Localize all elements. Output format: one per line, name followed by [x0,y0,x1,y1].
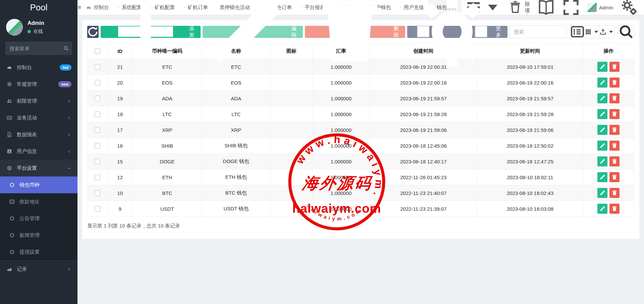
row-checkbox[interactable] [95,96,100,101]
sidebar-item[interactable]: 常规管理new [0,76,77,93]
hamburger-icon [77,5,82,9]
column-header[interactable]: 更新时间 [477,43,583,59]
user-panel[interactable]: Admin 在线 [0,15,77,38]
edit-button[interactable]: 编辑 [203,26,303,38]
row-delete-button[interactable] [609,204,620,214]
row-delete-button[interactable] [609,93,620,103]
sidebar-item[interactable]: 记录 [0,261,77,277]
row-edit-button[interactable] [597,188,607,198]
sidebar-item[interactable]: 控制台hot [0,59,77,76]
row-checkbox[interactable] [95,159,100,164]
row-delete-button[interactable] [609,172,620,182]
pencil-icon [599,95,605,101]
pencil-icon [599,158,605,164]
row-code: LTC [133,106,202,122]
row-code: USDT [133,201,202,217]
row-delete-button[interactable] [609,188,620,198]
row-code: DOGE [133,154,202,169]
menu-search-input[interactable] [5,42,72,55]
row-name: ETH 钱包 [202,169,270,185]
row-checkbox[interactable] [95,190,100,196]
sidebar-toggle-button[interactable] [77,0,82,15]
row-checkbox[interactable] [95,80,100,86]
file-icon [6,132,13,137]
row-rate: 1.000000 [313,185,370,201]
clear-cache-button[interactable]: 清除缓存 [504,0,533,15]
row-edit-button[interactable] [597,156,607,166]
row-edit-button[interactable] [597,78,607,88]
row-checkbox[interactable] [95,174,100,180]
search-button[interactable] [618,25,634,38]
dashboard-icon [86,5,92,10]
sidebar-group: 记录 [0,260,77,277]
row-delete-button[interactable] [609,109,620,119]
row-name: LTC [202,106,270,122]
sidebar-item[interactable]: 业务活动 [0,109,77,126]
row-delete-button[interactable] [609,141,620,151]
language-button[interactable] [534,0,559,15]
row-edit-button[interactable] [597,125,607,135]
row-icon [270,91,312,106]
row-checkbox[interactable] [95,143,100,149]
table-row: 16SHIBSHIB 钱包1.0000002023-06-18 12:45:06… [88,138,634,154]
sidebar-item-label: 权限管理 [17,98,37,104]
column-header[interactable]: 操作 [583,43,634,59]
more-button[interactable]: 更多 [407,26,507,38]
row-icon [270,154,312,169]
circle-icon [9,249,15,255]
sidebar-subitem[interactable]: 钱包币种 [0,176,77,193]
row-checkbox[interactable] [95,206,100,212]
export-dropdown-button[interactable] [599,25,614,38]
sidebar-item[interactable]: 平台设置 [0,160,77,176]
add-button[interactable]: 添加 [101,26,201,38]
settings-button[interactable] [617,0,642,15]
toolbar: 添加 编辑 删除 更多 [87,25,634,38]
view-button-group [570,25,614,38]
row-edit-button[interactable] [597,172,607,182]
table-search-input[interactable] [509,25,567,38]
row-created: 2023-06-19 21:59:57 [370,91,477,106]
admin-menu[interactable]: Admin [584,0,617,15]
sidebar-subitem[interactable]: 提现设置 [0,244,77,260]
select-all-checkbox[interactable] [95,48,100,54]
table-row: 9USDTUSDT 钱包1.0000002022-11-23 21:39:072… [88,201,634,217]
detail-view-button[interactable] [570,25,585,38]
sidebar-subitem[interactable]: 收款地址 [0,193,77,210]
row-edit-button[interactable] [597,204,607,214]
row-edit-button[interactable] [597,141,607,151]
avatar [6,19,23,36]
trash-icon [508,0,522,14]
row-edit-button[interactable] [597,93,607,103]
columns-dropdown-button[interactable] [585,25,600,38]
delete-button[interactable]: 删除 [305,26,405,38]
row-delete-button[interactable] [609,62,620,72]
row-created: 2023-06-18 12:40:17 [370,154,477,169]
row-delete-button[interactable] [609,156,620,166]
row-delete-button[interactable] [609,125,620,135]
sidebar-group: 用户信息 [0,143,77,160]
gear-icon [412,0,492,72]
sidebar-group: 数据报表 [0,126,77,143]
sidebar-subitem[interactable]: 新闻管理 [0,227,77,244]
row-edit-button[interactable] [597,62,607,72]
sidebar-item[interactable]: 用户信息 [0,143,77,160]
row-select-cell [88,154,107,169]
row-code: EOS [133,75,202,91]
trash-icon [611,111,618,117]
row-delete-button[interactable] [609,78,620,88]
row-checkbox[interactable] [95,127,100,133]
sidebar-subitem-label: 提现设置 [19,249,40,255]
sidebar-item[interactable]: 数据报表 [0,126,77,143]
sidebar-subitem[interactable]: 公告管理 [0,210,77,227]
pencil-icon [599,206,605,212]
row-rate: 1.000000 [313,201,370,217]
fullscreen-button[interactable] [558,0,584,15]
row-edit-button[interactable] [597,109,607,119]
row-checkbox[interactable] [95,111,100,117]
sidebar-item[interactable]: 权限管理 [0,93,77,109]
pencil-icon [599,111,605,117]
caret-down-icon [593,29,600,35]
chevron-left-icon [67,99,71,103]
row-checkbox[interactable] [95,64,100,70]
refresh-button[interactable] [87,26,99,38]
